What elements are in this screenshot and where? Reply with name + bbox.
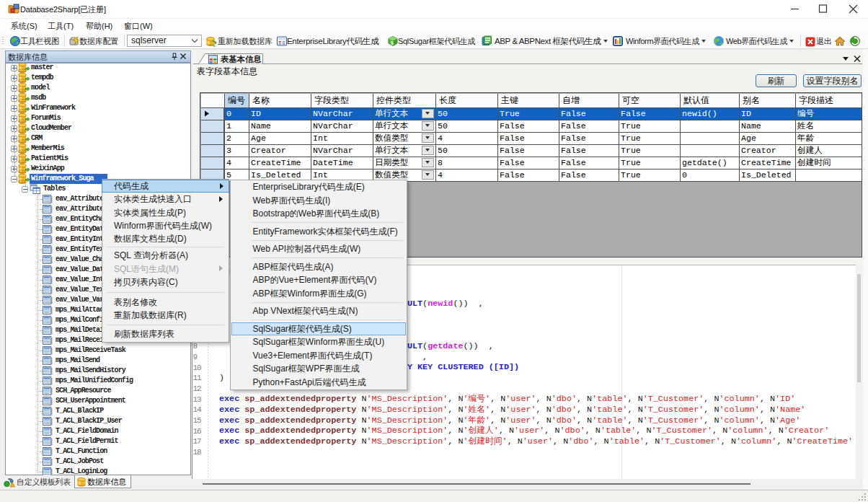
svg-text:$: $ <box>391 40 394 46</box>
